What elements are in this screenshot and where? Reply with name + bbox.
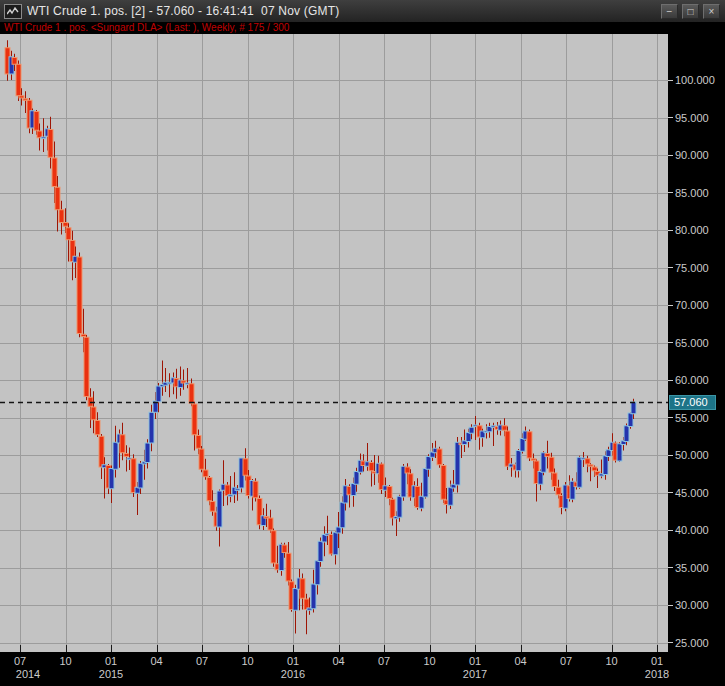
y-axis-label-text: 75.000: [675, 262, 709, 274]
y-axis-tick: [668, 492, 673, 493]
candle-body: [192, 404, 197, 435]
x-axis-year-label: 2016: [281, 668, 305, 680]
x-axis-month-label: 10: [241, 655, 253, 667]
y-axis-label: 85.000: [668, 187, 709, 199]
candle-body: [318, 541, 323, 561]
y-axis-label: 65.000: [668, 337, 709, 349]
candle-body: [351, 484, 356, 496]
chart-icon[interactable]: [4, 4, 22, 19]
x-axis-month-label: 04: [150, 655, 162, 667]
y-axis-label: 40.000: [668, 524, 709, 536]
y-axis-label-text: 40.000: [675, 524, 709, 536]
candle-body: [437, 449, 442, 465]
candle-body: [203, 470, 208, 477]
candle-body: [455, 442, 460, 485]
chart-icon-glyph: [7, 7, 19, 16]
y-axis-tick: [668, 117, 673, 118]
candlestick-chart[interactable]: [0, 34, 668, 652]
candle-body: [592, 467, 597, 471]
candle-body: [59, 210, 64, 223]
candle-body: [577, 457, 582, 487]
candle-body: [603, 456, 608, 475]
y-axis-label-text: 45.000: [675, 487, 709, 499]
candle-body: [552, 473, 557, 487]
y-axis-label: 45.000: [668, 487, 709, 499]
y-axis-tick: [668, 605, 673, 606]
y-axis-tick: [668, 80, 673, 81]
candle-body: [549, 457, 554, 472]
candle-body: [315, 561, 320, 585]
candle-body: [390, 499, 395, 518]
y-axis-label: 70.000: [668, 299, 709, 311]
candle-body: [84, 337, 89, 396]
candle-body: [293, 589, 298, 611]
candle-body: [617, 444, 622, 461]
candle-body: [196, 436, 201, 449]
x-axis-year-label: 2017: [463, 668, 487, 680]
candle-body: [217, 491, 222, 527]
y-axis-tick: [668, 380, 673, 381]
x-axis-month-label: 01: [287, 655, 299, 667]
y-axis-tick: [668, 417, 673, 418]
y-axis-tick: [668, 230, 673, 231]
y-axis-label: 60.000: [668, 374, 709, 386]
candle-body: [52, 158, 57, 187]
candle-body: [369, 463, 374, 471]
y-axis-label-text: 30.000: [675, 599, 709, 611]
y-axis-tick: [668, 342, 673, 343]
x-axis: 0710010407100104071001040710012014201520…: [0, 652, 725, 686]
candle-body: [300, 579, 305, 599]
candle-body: [516, 451, 521, 471]
candle-body: [55, 187, 60, 210]
candle-body: [423, 469, 428, 498]
candle-body: [340, 502, 345, 528]
x-axis-month-label: 04: [514, 655, 526, 667]
candle-body: [426, 457, 431, 470]
x-axis-month-label: 01: [469, 655, 481, 667]
candle-body: [556, 487, 561, 495]
candle-body: [66, 228, 71, 240]
y-axis-label-text: 35.000: [675, 562, 709, 574]
candle-body: [109, 469, 114, 489]
candle-body: [588, 465, 593, 467]
candle-body: [354, 472, 359, 485]
x-axis-year-label: 2014: [16, 668, 40, 680]
candle-body: [333, 532, 338, 555]
candle-body: [124, 454, 129, 457]
x-axis-month-label: 01: [651, 655, 663, 667]
candle-body: [225, 485, 230, 496]
maximize-button[interactable]: □: [682, 4, 699, 19]
y-axis-tick: [668, 530, 673, 531]
candle-body: [63, 223, 68, 227]
window-controls: − □ ×: [661, 4, 720, 19]
y-axis-tick: [668, 267, 673, 268]
candle-body: [387, 487, 392, 499]
y-axis-tick: [668, 155, 673, 156]
y-axis-tick: [668, 642, 673, 643]
candle-body: [19, 96, 24, 98]
title-bar[interactable]: WTI Crude 1. pos. [2] - 57.060 - 16:41:4…: [0, 0, 725, 22]
y-axis-label: 95.000: [668, 112, 709, 124]
x-axis-month-label: 01: [105, 655, 117, 667]
candle-body: [138, 463, 143, 488]
y-axis-tick: [668, 305, 673, 306]
candle-body: [149, 412, 154, 443]
y-axis-tick: [668, 567, 673, 568]
candle-body: [113, 442, 118, 469]
candle-body: [268, 518, 273, 530]
minimize-button[interactable]: −: [661, 4, 678, 19]
candle-body: [41, 137, 46, 139]
x-axis-year-label: 2015: [99, 668, 123, 680]
instrument-header: WTI Crude 1 . pos. <Sungard DLA> (Last: …: [0, 22, 725, 34]
candle-body: [91, 407, 96, 420]
y-axis-tick: [668, 455, 673, 456]
price-chart-plot[interactable]: [0, 34, 668, 652]
close-button[interactable]: ×: [703, 4, 720, 19]
candle-body: [311, 584, 316, 609]
candle-body: [419, 496, 424, 508]
x-axis-month-label: 07: [14, 655, 26, 667]
candle-body: [12, 58, 17, 65]
y-axis-label-text: 65.000: [675, 337, 709, 349]
candle-body: [189, 384, 194, 404]
candle-body: [585, 459, 590, 464]
